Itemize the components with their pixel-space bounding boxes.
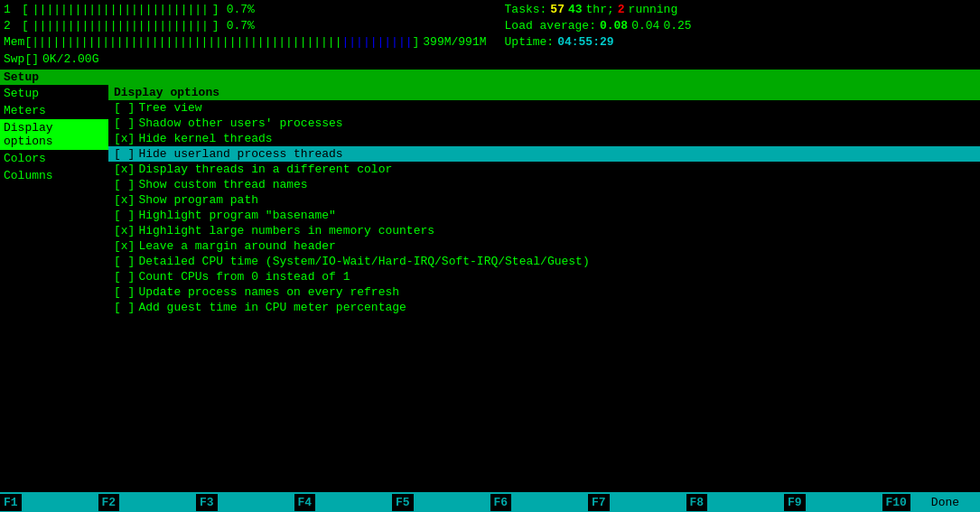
cpu2-bar-green: ||||||||||||||||||||||||| (33, 18, 209, 34)
option-highlight-basename[interactable]: [ ] Highlight program "basename" (108, 208, 980, 223)
f4-label (315, 494, 392, 511)
load-label: Load average: (505, 18, 596, 34)
tasks-2: 2 (618, 2, 625, 18)
footer-key-f9[interactable]: F9 (784, 492, 882, 512)
mem-label: Mem (4, 34, 24, 51)
f5-label (414, 494, 490, 511)
swp-label: Swp (4, 51, 24, 68)
sidebar: Setup Meters Display options Colors Colu… (0, 85, 108, 492)
option-hide-userland[interactable]: [ ] Hide userland process threads (108, 146, 980, 162)
footer-key-f6[interactable]: F6 (490, 492, 589, 512)
mem-bar-green: ||||||||||||||||||||||||||||||||||||||||… (32, 34, 341, 51)
option-tree-view[interactable]: [ ] Tree view (108, 100, 980, 116)
option-custom-thread-names[interactable]: [ ] Show custom thread names (108, 177, 980, 192)
f10-num: F10 (882, 494, 910, 511)
load-row: Load average: 0.08 0.04 0.25 (505, 18, 976, 34)
option-show-program-path[interactable]: [x] Show program path (108, 192, 980, 208)
tasks-57: 57 (550, 2, 565, 18)
tasks-thr: thr; (586, 2, 614, 18)
tasks-43: 43 (568, 2, 583, 18)
tasks-label: Tasks: (505, 2, 547, 18)
swp-value: 0K/2.00G (42, 51, 98, 68)
load-1: 0.08 (600, 18, 628, 34)
content-panel: Display options [ ] Tree view [ ] Shadow… (108, 85, 980, 492)
option-margin-around-header[interactable]: [x] Leave a margin around header (108, 238, 980, 254)
mem-row: Mem [ ||||||||||||||||||||||||||||||||||… (4, 34, 487, 51)
cpu2-label: 2 (4, 18, 18, 34)
f10-label: Done (910, 494, 980, 511)
f3-label (218, 494, 294, 511)
f9-label (806, 494, 882, 511)
header: 1 [ ||||||||||||||||||||||||| ] 0.7% 2 [… (0, 0, 980, 70)
footer-key-f7[interactable]: F7 (588, 492, 686, 512)
option-hide-kernel[interactable]: [x] Hide kernel threads (108, 131, 980, 146)
mem-value: 399M/991M (423, 34, 486, 51)
option-display-threads-color[interactable]: [x] Display threads in a different color (108, 162, 980, 177)
f2-num: F2 (98, 494, 120, 511)
footer-key-f5[interactable]: F5 (392, 492, 490, 512)
f7-num: F7 (588, 494, 610, 511)
f2-label (119, 494, 196, 511)
f1-num: F1 (0, 494, 22, 511)
option-count-cpus-from-0[interactable]: [ ] Count CPUs from 0 instead of 1 (108, 269, 980, 284)
cpu2-row: 2 [ ||||||||||||||||||||||||| ] 0.7% (4, 18, 487, 34)
load-2: 0.04 (631, 18, 659, 34)
mem-bar-blue: |||||||||| (341, 34, 412, 51)
option-highlight-large-numbers[interactable]: [x] Highlight large numbers in memory co… (108, 223, 980, 238)
footer: F1 F2 F3 F4 F5 F6 F7 F8 (0, 492, 980, 512)
f6-label (511, 494, 588, 511)
tasks-row: Tasks: 57 43 thr; 2 running (505, 2, 976, 18)
sidebar-item-columns[interactable]: Columns (0, 167, 108, 184)
f6-num: F6 (490, 494, 512, 511)
content-title: Display options (108, 85, 980, 100)
option-guest-time[interactable]: [ ] Add guest time in CPU meter percenta… (108, 300, 980, 315)
cpu1-bar-green: ||||||||||||||||||||||||| (33, 2, 209, 18)
cpu1-value: 0.7% (227, 2, 255, 18)
footer-key-f2[interactable]: F2 (98, 492, 197, 512)
screen: 1 [ ||||||||||||||||||||||||| ] 0.7% 2 [… (0, 0, 980, 512)
setup-label: Setup (4, 70, 39, 84)
f3-num: F3 (196, 494, 218, 511)
sidebar-item-meters[interactable]: Meters (0, 102, 108, 119)
setup-bar: Setup (0, 70, 980, 85)
f5-num: F5 (392, 494, 414, 511)
cpu1-label: 1 (4, 2, 18, 18)
uptime-val: 04:55:29 (557, 34, 613, 51)
swp-row: Swp [ ] 0K/2.00G (4, 51, 487, 68)
f1-label (22, 494, 98, 511)
f4-num: F4 (294, 494, 316, 511)
cpu2-value: 0.7% (227, 18, 255, 34)
f8-num: F8 (686, 494, 708, 511)
tasks-running: running (629, 2, 678, 18)
cpu1-row: 1 [ ||||||||||||||||||||||||| ] 0.7% (4, 2, 487, 18)
f8-label (707, 494, 784, 511)
sidebar-item-setup[interactable]: Setup (0, 85, 108, 102)
option-update-process-names[interactable]: [ ] Update process names on every refres… (108, 284, 980, 300)
sidebar-item-display-options[interactable]: Display options (0, 119, 108, 150)
f9-num: F9 (784, 494, 806, 511)
main-content: Setup Meters Display options Colors Colu… (0, 85, 980, 492)
footer-key-f3[interactable]: F3 (196, 492, 294, 512)
footer-key-f10[interactable]: F10 Done (882, 492, 981, 512)
sidebar-item-colors[interactable]: Colors (0, 150, 108, 167)
header-right: Tasks: 57 43 thr; 2 running Load average… (487, 2, 976, 68)
footer-key-f8[interactable]: F8 (686, 492, 785, 512)
option-detailed-cpu[interactable]: [ ] Detailed CPU time (System/IO-Wait/Ha… (108, 254, 980, 269)
load-3: 0.25 (663, 18, 691, 34)
uptime-label: Uptime: (505, 34, 555, 51)
option-shadow-users[interactable]: [ ] Shadow other users' processes (108, 116, 980, 131)
f7-label (610, 494, 686, 511)
footer-key-f4[interactable]: F4 (294, 492, 393, 512)
footer-key-f1[interactable]: F1 (0, 492, 98, 512)
header-left: 1 [ ||||||||||||||||||||||||| ] 0.7% 2 [… (4, 2, 487, 68)
uptime-row: Uptime: 04:55:29 (505, 34, 976, 51)
